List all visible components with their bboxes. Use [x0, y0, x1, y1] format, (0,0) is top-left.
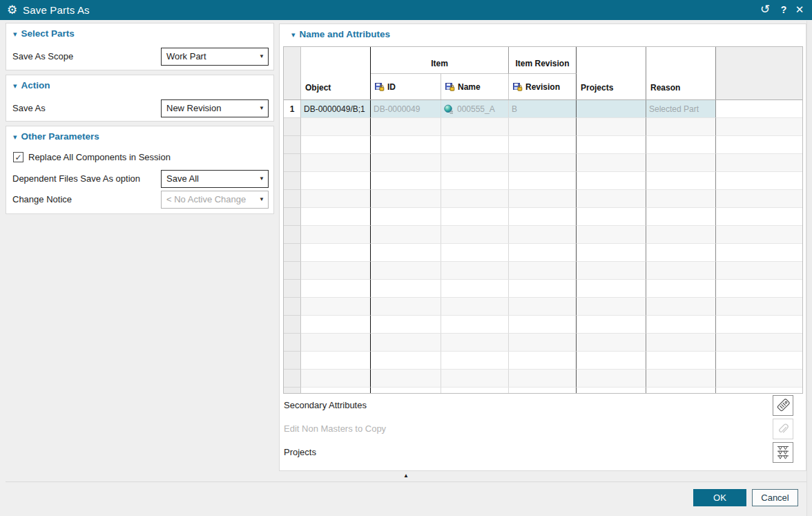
table-cell — [441, 190, 509, 208]
table-cell — [716, 226, 802, 244]
close-icon[interactable]: ✕ — [793, 3, 806, 17]
table-cell — [371, 190, 441, 208]
chevron-down-icon: ▼ — [259, 48, 264, 65]
table-cell — [371, 136, 441, 154]
table-cell — [646, 154, 716, 172]
action-header[interactable]: ▾Action — [13, 79, 50, 92]
table-cell — [509, 262, 577, 280]
checkmark-icon: ✓ — [14, 153, 21, 162]
locked-attribute-icon — [513, 83, 523, 91]
parts-table-header: Object Item Item Revision ID Name Revisi… — [284, 47, 802, 100]
dependent-files-value: Save All — [166, 173, 199, 184]
table-cell — [441, 262, 509, 280]
table-cell — [577, 172, 646, 190]
table-cell — [646, 316, 716, 334]
name-attributes-header[interactable]: ▾Name and Attributes — [291, 28, 390, 41]
projects-button[interactable] — [773, 442, 793, 463]
table-cell — [577, 334, 646, 352]
table-cell — [509, 370, 577, 388]
table-cell — [716, 208, 802, 226]
name-cell[interactable]: 000555_A — [441, 100, 509, 118]
change-notice-row: Change Notice < No Active Change ▼ — [6, 191, 275, 209]
table-cell — [441, 244, 509, 262]
select-parts-header[interactable]: ▾Select Parts — [13, 28, 75, 40]
column-header-reason: Reason — [646, 47, 716, 99]
table-cell — [646, 226, 716, 244]
table-cell — [716, 118, 802, 136]
collapse-arrow-icon: ▲ — [403, 472, 409, 479]
table-cell — [284, 334, 301, 352]
table-cell — [301, 136, 371, 154]
help-icon[interactable]: ? — [777, 3, 791, 17]
table-cell — [301, 208, 371, 226]
replace-components-label: Replace All Components in Session — [28, 149, 171, 165]
table-cell — [646, 190, 716, 208]
table-empty-row[interactable] — [284, 208, 802, 226]
table-trailing-header — [716, 47, 802, 99]
save-as-scope-dropdown[interactable]: Work Part ▼ — [161, 48, 269, 66]
replace-components-checkbox[interactable]: ✓ — [13, 152, 23, 162]
group-header-item-revision: Item Revision — [509, 47, 577, 74]
table-cell — [646, 262, 716, 280]
secondary-attributes-button[interactable] — [773, 395, 793, 416]
save-as-dropdown[interactable]: New Revision ▼ — [161, 99, 269, 117]
table-cell — [284, 352, 301, 370]
table-empty-row[interactable] — [284, 118, 802, 136]
edit-non-masters-label: Edit Non Masters to Copy — [284, 423, 386, 434]
table-cell — [646, 352, 716, 370]
column-header-projects: Projects — [577, 47, 646, 99]
id-cell[interactable]: DB-0000049 — [371, 100, 441, 118]
secondary-attributes-row: Secondary Attributes — [284, 395, 800, 416]
table-empty-row[interactable] — [284, 262, 802, 280]
chevron-down-icon: ▾ — [291, 28, 296, 41]
table-cell — [646, 370, 716, 388]
table-cell — [441, 154, 509, 172]
table-empty-row[interactable] — [284, 190, 802, 208]
dependent-files-dropdown[interactable]: Save All ▼ — [161, 170, 269, 188]
table-empty-row[interactable] — [284, 226, 802, 244]
parts-table-body: 1 DB-0000049/B;1 DB-0000049 000555_A B — [284, 100, 802, 393]
table-empty-row[interactable] — [284, 172, 802, 190]
table-cell — [301, 388, 371, 393]
other-parameters-header[interactable]: ▾Other Parameters — [13, 131, 99, 143]
table-cell — [509, 172, 577, 190]
ok-button[interactable]: OK — [693, 489, 746, 506]
name-attributes-section: ▾Name and Attributes Object Item Item Re… — [279, 23, 806, 471]
reset-icon[interactable]: ↺ — [758, 3, 772, 17]
cancel-button[interactable]: Cancel — [752, 489, 798, 506]
table-cell — [284, 388, 301, 393]
table-empty-row[interactable] — [284, 334, 802, 352]
table-cell — [577, 298, 646, 316]
table-empty-row[interactable] — [284, 154, 802, 172]
table-cell — [646, 172, 716, 190]
table-cell — [716, 154, 802, 172]
table-empty-row[interactable] — [284, 316, 802, 334]
table-cell — [577, 388, 646, 393]
table-cell — [284, 370, 301, 388]
table-empty-row[interactable] — [284, 370, 802, 388]
table-cell — [509, 154, 577, 172]
revision-cell[interactable]: B — [509, 100, 577, 118]
table-empty-row[interactable] — [284, 136, 802, 154]
table-cell — [509, 208, 577, 226]
table-cell — [577, 244, 646, 262]
table-cell — [716, 262, 802, 280]
table-cell — [716, 172, 802, 190]
projects-cell[interactable] — [577, 100, 646, 118]
collapse-dialog-handle[interactable]: ▲ — [398, 471, 414, 480]
secondary-attributes-label: Secondary Attributes — [284, 400, 367, 410]
row-number-cell: 1 — [284, 100, 301, 118]
table-empty-row[interactable] — [284, 244, 802, 262]
table-cell — [371, 352, 441, 370]
table-empty-row[interactable] — [284, 280, 802, 298]
object-cell[interactable]: DB-0000049/B;1 — [301, 100, 371, 118]
table-empty-row[interactable] — [284, 352, 802, 370]
table-cell — [716, 298, 802, 316]
parts-table: Object Item Item Revision ID Name Revisi… — [283, 46, 803, 394]
table-cell — [646, 388, 716, 393]
table-empty-row[interactable] — [284, 298, 802, 316]
table-empty-row[interactable] — [284, 388, 802, 393]
table-row-selected[interactable]: 1 DB-0000049/B;1 DB-0000049 000555_A B — [284, 100, 802, 118]
edit-non-masters-row: Edit Non Masters to Copy — [284, 419, 800, 439]
save-parts-as-dialog: ⚙ Save Parts As ↺ ? ✕ ▾Select Parts Save… — [0, 0, 812, 516]
